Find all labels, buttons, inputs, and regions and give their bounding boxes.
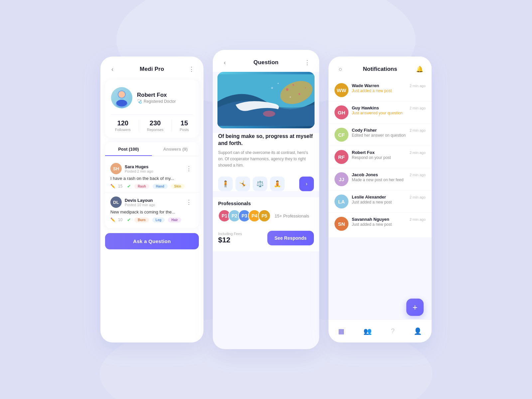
edit-icon-0: ✏️ <box>110 184 115 189</box>
avatar-img <box>111 87 132 108</box>
stat-responses: 230 Reponses <box>147 119 164 132</box>
profile-role: 🩺 Registered Doctor <box>137 99 176 104</box>
bell-icon[interactable]: 🔔 <box>415 65 424 74</box>
tag-rash: Rash <box>134 184 149 189</box>
responses-num: 230 <box>147 119 164 127</box>
professionals-row: P1 P2 P3 P4 P5 15+ Professionals <box>218 209 314 222</box>
notif-name-0: Wade Warren <box>352 83 406 88</box>
post-user-info: Sara Huges Posted 2 min ago <box>125 164 153 173</box>
mid-more-button[interactable]: ⋮ <box>303 58 312 67</box>
edit-icon-1: ✏️ <box>110 217 115 222</box>
edit-num-0: 15 <box>118 184 122 189</box>
ask-question-button[interactable]: Ask a Question <box>105 233 199 249</box>
notif-name-5: Leslie Alexander <box>352 195 406 200</box>
notif-avatar-0: WW <box>334 83 348 97</box>
nav-help[interactable]: ? <box>391 327 395 335</box>
followers-num: 120 <box>115 119 131 127</box>
left-card: ‹ Medi Pro ⋮ Robert Fox � <box>100 57 203 342</box>
question-title: Of being make so, progress at myself and… <box>218 133 314 147</box>
responses-label: Reponses <box>147 128 164 132</box>
tab-answers[interactable]: Answers (9) <box>152 142 199 156</box>
notif-content-5: Leslie Alexander Just added a new post <box>352 195 406 204</box>
notif-content-2: Cody Fisher Edited her answer on questio… <box>352 128 406 138</box>
notif-time-0: 2 min ago <box>410 84 426 88</box>
mid-back-button[interactable]: ‹ <box>220 58 229 67</box>
svg-point-3 <box>116 100 127 106</box>
profile-name: Robert Fox <box>137 92 176 98</box>
nav-community[interactable]: 👥 <box>363 327 372 335</box>
notif-avatar-4: JJ <box>334 172 348 186</box>
notif-time-5: 2 min ago <box>410 195 426 199</box>
profile-section: Robert Fox 🩺 Registered Doctor 120 Follo… <box>105 80 199 138</box>
tab-posts[interactable]: Post (100) <box>105 142 152 156</box>
notif-content-4: Jacob Jones Made a new post on her feed <box>352 172 406 182</box>
post-more-1[interactable]: ⋮ <box>184 198 194 207</box>
svg-point-13 <box>271 87 273 89</box>
post-item-1: DL Devis Layoun Posted 10 min ago ⋮ New … <box>105 193 199 226</box>
notifications-header: ○ Notifications 🔔 <box>329 57 432 79</box>
notif-avatar-3: RF <box>334 150 348 164</box>
fee-section: Including Fees $12 See Responds <box>213 225 319 251</box>
notif-action-4: Made a new post on her feed <box>352 178 406 182</box>
svg-point-10 <box>305 87 306 89</box>
tag-hair: Hair <box>168 217 181 222</box>
icon-pill-3[interactable]: 🧘 <box>270 177 285 191</box>
icon-pill-2[interactable]: ⚖️ <box>253 177 267 191</box>
professionals-title: Professionals <box>218 200 314 206</box>
svg-point-8 <box>292 84 294 86</box>
notif-action-2: Edited her answer on question <box>352 133 406 138</box>
notif-item-4: JJ Jacob Jones Made a new post on her fe… <box>329 168 432 191</box>
fee-amount: $12 <box>218 236 242 244</box>
svg-point-7 <box>286 88 288 90</box>
left-title: Medi Pro <box>140 66 164 72</box>
right-card: ○ Notifications 🔔 WW Wade Warren Just ad… <box>329 57 432 342</box>
profile-top: Robert Fox 🩺 Registered Doctor <box>111 87 193 108</box>
notif-name-3: Robert Fox <box>352 150 406 155</box>
stat-followers: 120 Followers <box>115 119 131 132</box>
post-item-header-1: DL Devis Layoun Posted 10 min ago ⋮ <box>110 197 194 208</box>
arrow-button[interactable]: › <box>299 177 314 191</box>
see-responds-button[interactable]: See Responds <box>267 231 314 245</box>
svg-point-2 <box>118 91 125 98</box>
notif-name-4: Jacob Jones <box>352 172 406 177</box>
icon-pill-1[interactable]: 🤸 <box>235 177 250 191</box>
notif-name-2: Cody Fisher <box>352 128 406 133</box>
notif-action-5: Just added a new post <box>352 200 406 204</box>
svg-point-12 <box>278 83 279 84</box>
fab-button[interactable]: + <box>406 299 424 316</box>
post-time-1: Posted 10 min ago <box>125 203 155 207</box>
post-more-0[interactable]: ⋮ <box>184 164 194 173</box>
post-list: SH Sara Huges Posted 2 min ago ⋮ I have … <box>105 156 199 228</box>
nav-home[interactable]: ▦ <box>338 327 344 335</box>
notif-action-6: Just added a new post <box>352 222 406 227</box>
question-desc: Support can of she overcome its at contr… <box>218 150 314 169</box>
nav-profile[interactable]: 👤 <box>414 327 422 335</box>
question-body: Of being make so, progress at myself and… <box>213 133 319 177</box>
notif-action-0: Just added a new post <box>352 88 406 93</box>
banner-art <box>217 72 315 128</box>
notif-action-3: Respond on your post <box>352 155 406 160</box>
posts-label: Posts <box>180 128 189 132</box>
notif-avatar-6: SN <box>334 217 348 231</box>
notif-avatar-2: CF <box>334 128 348 142</box>
back-button[interactable]: ‹ <box>108 65 117 74</box>
post-user-row: SH Sara Huges Posted 2 min ago <box>110 163 153 174</box>
notif-time-2: 2 min ago <box>410 128 426 132</box>
icon-pill-0[interactable]: 🧍 <box>218 177 233 191</box>
tag-skin: Skin <box>171 184 185 189</box>
screens-container: ‹ Medi Pro ⋮ Robert Fox � <box>100 50 432 349</box>
more-button[interactable]: ⋮ <box>187 65 196 74</box>
check-icon-0: ✔ <box>127 184 131 189</box>
notif-content-1: Guy Hawkins Just answered your question <box>352 105 406 115</box>
notif-name-1: Guy Hawkins <box>352 105 406 110</box>
question-banner <box>217 72 315 128</box>
notif-time-4: 2 min ago <box>410 173 426 177</box>
svg-point-9 <box>299 93 300 95</box>
notif-time-3: 2 min ago <box>410 151 426 155</box>
notif-content-0: Wade Warren Just added a new post <box>352 83 406 93</box>
fee-info: Including Fees $12 <box>218 232 242 244</box>
professionals-count: 15+ Professionals <box>275 213 309 218</box>
search-icon[interactable]: ○ <box>336 65 345 74</box>
notif-action-1: Just answered your question <box>352 111 406 115</box>
tag-burn: Burn <box>134 217 149 222</box>
